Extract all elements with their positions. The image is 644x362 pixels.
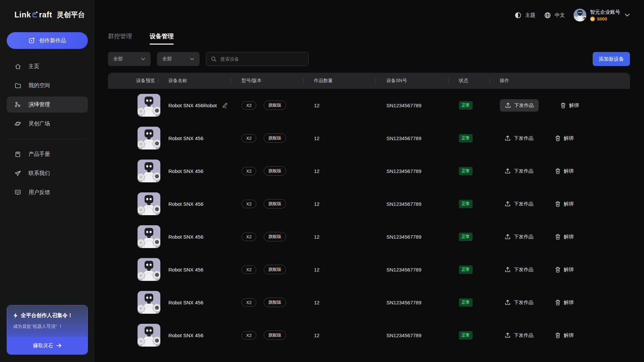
device-thumbnail[interactable] [138,127,160,149]
model-version-cell: X2 旗舰版 [231,101,303,110]
publish-work-button[interactable]: 下发作品 [500,99,539,112]
sidebar-item-主页[interactable]: 主页 [7,58,88,74]
unbind-button[interactable]: 解绑 [555,234,574,240]
device-search [206,52,309,66]
unbind-button[interactable]: 解绑 [555,299,574,306]
device-thumbnail[interactable] [138,160,160,182]
device-thumbnail[interactable] [138,192,160,215]
chevron-down-icon [190,58,194,60]
column-header: 作品数量 [303,78,376,84]
theme-toggle[interactable]: 主题 [515,12,535,19]
unbind-button[interactable]: 解绑 [555,266,574,273]
sidebar-item-用户反馈[interactable]: 用户反馈 [7,184,88,200]
publish-work-button[interactable]: 下发作品 [504,332,533,339]
table-header: 设备预览设备名称型号/版本作品数量设备SN号状态操作 [108,73,630,89]
publish-work-button[interactable]: 下发作品 [504,299,533,306]
unbind-button[interactable]: 解绑 [555,201,574,207]
add-device-button[interactable]: 添加新设备 [593,52,630,66]
actions-cell: 下发作品 解绑 [490,201,630,207]
actions-cell: 下发作品 解绑 [490,135,630,141]
create-new-work-button[interactable]: 创作新作品 [7,32,88,49]
earn-gems-button[interactable]: 赚取灵石 [7,337,88,354]
column-header: 状态 [448,78,490,84]
column-header: 型号/版本 [231,78,303,84]
status-cell: 正常 [448,298,490,307]
filter-row: 全部 全部 添加新设备 [108,52,630,66]
device-thumbnail[interactable] [138,324,160,347]
model-version-cell: X2 旗舰版 [231,199,303,208]
arrow-right-icon [56,343,62,348]
device-thumbnail[interactable] [138,94,160,117]
unbind-button[interactable]: 解绑 [555,135,574,141]
model-version-cell: X2 旗舰版 [231,166,303,176]
sidebar-item-演绎管理[interactable]: 演绎管理 [7,97,88,113]
trash-icon [555,332,561,339]
table-row: Robot SNX 456 X2 旗舰版 12 SN1234567789 正常 … [108,286,630,319]
sidebar-item-label: 用户反馈 [29,189,50,196]
model-badge: X2 [241,101,256,110]
unbind-button[interactable]: 解绑 [560,102,579,109]
model-version-cell: X2 旗舰版 [231,330,303,340]
device-sn-cell: SN1234567789 [376,267,448,273]
language-switcher[interactable]: 中文 [544,12,565,19]
device-thumbnail[interactable] [138,291,160,314]
upload-icon [505,102,511,109]
publish-work-button[interactable]: 下发作品 [504,135,533,141]
status-cell: 正常 [448,167,490,175]
search-icon [211,56,217,62]
works-count-cell: 12 [303,333,376,338]
table-row: Robot SNX 456Robot X2 旗舰版 12 SN123456778… [108,89,630,122]
model-version-cell: X2 旗舰版 [231,265,303,274]
sidebar-item-我的空间[interactable]: 我的空间 [7,77,88,94]
edit-name-icon[interactable] [222,102,228,109]
coin-icon [590,16,595,21]
status-badge: 正常 [459,200,473,208]
publish-work-button[interactable]: 下发作品 [504,266,533,273]
device-sn-cell: SN1234567789 [376,300,448,305]
device-thumbnail[interactable] [138,225,160,248]
device-sn-cell: SN1234567789 [376,168,448,174]
device-preview-cell [108,258,158,281]
chevron-down-icon [141,58,145,60]
sidebar-item-联系我们[interactable]: 联系我们 [7,165,88,181]
sidebar-item-灵创广场[interactable]: 灵创广场 [7,116,88,132]
tab-设备管理[interactable]: 设备管理 [150,32,174,45]
chevron-down-icon [625,13,630,17]
status-badge: 正常 [459,167,473,175]
version-badge: 旗舰版 [264,232,286,241]
works-count-cell: 12 [303,300,376,305]
unbind-button[interactable]: 解绑 [555,332,574,339]
version-badge: 旗舰版 [264,330,286,340]
promo-subtitle: 成为首批"机器人导演" ！ [13,323,82,329]
upload-icon [504,299,511,306]
sidebar-item-产品手册[interactable]: 产品手册 [7,146,88,162]
publish-work-button[interactable]: 下发作品 [504,201,533,207]
device-preview-cell [108,291,158,314]
actions-cell: 下发作品 解绑 [490,99,630,112]
device-sn-cell: SN1234567789 [376,234,448,240]
publish-work-button[interactable]: 下发作品 [504,168,533,174]
version-badge: 旗舰版 [264,298,286,307]
search-input[interactable] [220,56,304,62]
publish-work-button[interactable]: 下发作品 [504,234,533,240]
planet-icon [14,120,21,127]
actions-cell: 下发作品 解绑 [490,266,630,273]
folder-icon [14,82,21,89]
device-thumbnail[interactable] [138,258,160,281]
status-badge: 正常 [459,265,473,274]
unbind-button[interactable]: 解绑 [555,168,574,174]
sidebar-item-label: 产品手册 [29,151,50,158]
main-content: 主题 中文 智元企业账号 5000 群控管理设备管理 [95,0,644,362]
upload-icon [504,266,511,273]
tab-群控管理[interactable]: 群控管理 [108,32,132,45]
brand-c-icon [31,11,39,19]
upload-icon [504,135,511,141]
version-badge: 旗舰版 [264,265,286,274]
filter-select-2[interactable]: 全部 [157,52,200,66]
sidebar-item-label: 联系我们 [29,170,50,177]
column-header: 设备预览 [108,78,158,84]
account-menu[interactable]: 智元企业账号 5000 [574,9,630,21]
column-header: 操作 [490,78,630,84]
filter-select-1[interactable]: 全部 [108,52,151,66]
device-name-cell: Robot SNX 456 [158,135,231,141]
